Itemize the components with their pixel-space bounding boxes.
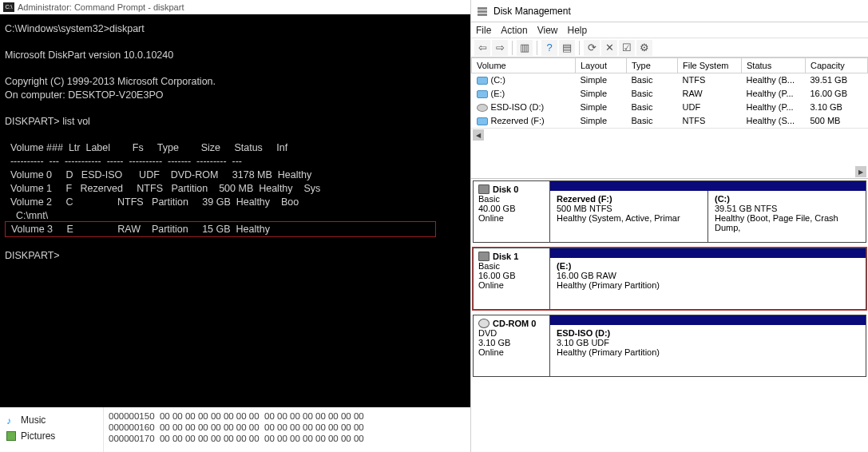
drive-icon <box>477 77 488 85</box>
toolbar: ⇦ ⇨ ▥ ? ▤ ⟳ ✕ ☑ ⚙ <box>471 38 868 57</box>
partition-name: Rezerved (F:) <box>557 194 701 204</box>
col-type[interactable]: Type <box>627 58 678 73</box>
cmd-icon: C:\ <box>3 2 14 12</box>
col-status[interactable]: Status <box>742 58 806 73</box>
settings-button[interactable]: ⚙ <box>636 40 652 56</box>
partition-size: 500 MB NTFS <box>557 204 701 213</box>
highlighted-volume-3: Volume 3 E RAW Partition 15 GB Healthy <box>5 221 436 237</box>
partition-status: Healthy (Primary Partition) <box>557 347 859 357</box>
svg-rect-0 <box>478 7 487 10</box>
col-fs[interactable]: File System <box>678 58 742 73</box>
partition-size: 3.10 GB UDF <box>557 338 859 347</box>
drive-icon <box>477 117 488 125</box>
partition-size: 39.51 GB NTFS <box>715 204 859 213</box>
nav-item-pictures[interactable]: Pictures <box>6 428 97 444</box>
menubar: File Action View Help <box>471 22 868 38</box>
partition-status: Healthy (Primary Partition) <box>557 280 859 290</box>
cmd-titlebar[interactable]: C:\ Administrator: Command Prompt - disk… <box>0 0 470 14</box>
disk-panel[interactable]: CD-ROM 0DVD3.10 GBOnlineESD-ISO (D:)3.10… <box>473 315 866 377</box>
cmd-title: Administrator: Command Prompt - diskpart <box>18 2 184 12</box>
partition[interactable]: (E:)16.00 GB RAWHealthy (Primary Partiti… <box>550 258 866 309</box>
cd-icon <box>477 104 488 112</box>
action-list-icon[interactable]: ▤ <box>559 40 575 56</box>
show-hide-button[interactable]: ▥ <box>517 40 533 56</box>
partition[interactable]: Rezerved (F:)500 MB NTFSHealthy (System,… <box>550 191 707 242</box>
disk-panels[interactable]: Disk 0Basic40.00 GBOnlineRezerved (F:)50… <box>471 179 868 452</box>
partition-status: Healthy (Boot, Page File, Crash Dump, <box>715 213 859 232</box>
volume-row[interactable]: (C:)SimpleBasicNTFSHealthy (B...39.51 GB <box>472 73 868 87</box>
volume-list[interactable]: Volume Layout Type File System Status Ca… <box>471 57 868 128</box>
menu-view[interactable]: View <box>537 25 558 36</box>
volume-list-scrollarea[interactable]: ◀ ▶ <box>471 128 868 179</box>
forward-button[interactable]: ⇨ <box>492 40 508 56</box>
hex-view[interactable]: 000000150 00 00 00 00 00 00 00 00 00 00 … <box>104 407 470 452</box>
disk-icon <box>478 252 489 261</box>
partition-size: 16.00 GB RAW <box>557 271 859 280</box>
back-button[interactable]: ⇦ <box>474 40 490 56</box>
volume-header-row: Volume Layout Type File System Status Ca… <box>472 58 868 73</box>
cmd-body[interactable]: C:\Windows\system32>diskpart Microsoft D… <box>0 14 470 407</box>
col-layout[interactable]: Layout <box>576 58 627 73</box>
disk-management-icon <box>476 5 489 18</box>
disk-management-window: Disk Management File Action View Help ⇦ … <box>471 0 868 452</box>
scroll-right-icon[interactable]: ▶ <box>855 166 866 177</box>
disk-panel[interactable]: Disk 0Basic40.00 GBOnlineRezerved (F:)50… <box>473 180 866 243</box>
partition[interactable]: ESD-ISO (D:)3.10 GB UDFHealthy (Primary … <box>550 325 866 376</box>
disk-icon <box>478 184 489 194</box>
help-button[interactable]: ? <box>541 40 557 56</box>
drive-icon <box>477 90 488 98</box>
dm-title: Disk Management <box>493 6 571 17</box>
svg-rect-2 <box>478 14 487 16</box>
disk-panel[interactable]: Disk 1Basic16.00 GBOnline(E:)16.00 GB RA… <box>473 248 866 310</box>
dm-titlebar[interactable]: Disk Management <box>471 0 868 22</box>
partition-name: (C:) <box>715 194 859 204</box>
disk-info: Disk 1Basic16.00 GBOnline <box>474 248 550 309</box>
partition-bar <box>550 248 866 258</box>
volume-row[interactable]: ESD-ISO (D:)SimpleBasicUDFHealthy (P...3… <box>472 101 868 114</box>
refresh-button[interactable]: ⟳ <box>584 40 600 56</box>
music-icon: ♪ <box>6 415 16 425</box>
explorer-nav: ♪Music Pictures <box>0 407 104 452</box>
svg-rect-1 <box>478 10 487 13</box>
partition-name: ESD-ISO (D:) <box>557 328 859 338</box>
disk-info: Disk 0Basic40.00 GBOnline <box>474 181 550 242</box>
menu-action[interactable]: Action <box>501 25 527 36</box>
partition[interactable]: (C:)39.51 GB NTFSHealthy (Boot, Page Fil… <box>707 191 866 242</box>
col-volume[interactable]: Volume <box>472 58 576 73</box>
explorer-strip: ♪Music Pictures 000000150 00 00 00 00 00… <box>0 407 470 452</box>
partition-status: Healthy (System, Active, Primar <box>557 213 701 223</box>
menu-file[interactable]: File <box>476 25 491 36</box>
menu-help[interactable]: Help <box>568 25 588 36</box>
scroll-left-icon[interactable]: ◀ <box>473 129 484 141</box>
disk-info: CD-ROM 0DVD3.10 GBOnline <box>474 315 550 376</box>
partition-bar <box>550 315 866 325</box>
volume-row[interactable]: (E:)SimpleBasicRAWHealthy (P...16.00 GB <box>472 87 868 101</box>
properties-button[interactable]: ☑ <box>619 40 635 56</box>
command-prompt-window: C:\ Administrator: Command Prompt - disk… <box>0 0 471 452</box>
col-capacity[interactable]: Capacity <box>806 58 868 73</box>
nav-item-music[interactable]: ♪Music <box>6 412 97 428</box>
delete-button[interactable]: ✕ <box>601 40 617 56</box>
pictures-icon <box>6 431 16 441</box>
partition-name: (E:) <box>557 261 859 271</box>
cd-drive-icon <box>478 319 489 328</box>
volume-row[interactable]: Rezerved (F:)SimpleBasicNTFSHealthy (S..… <box>472 114 868 128</box>
partition-bar <box>550 181 866 191</box>
